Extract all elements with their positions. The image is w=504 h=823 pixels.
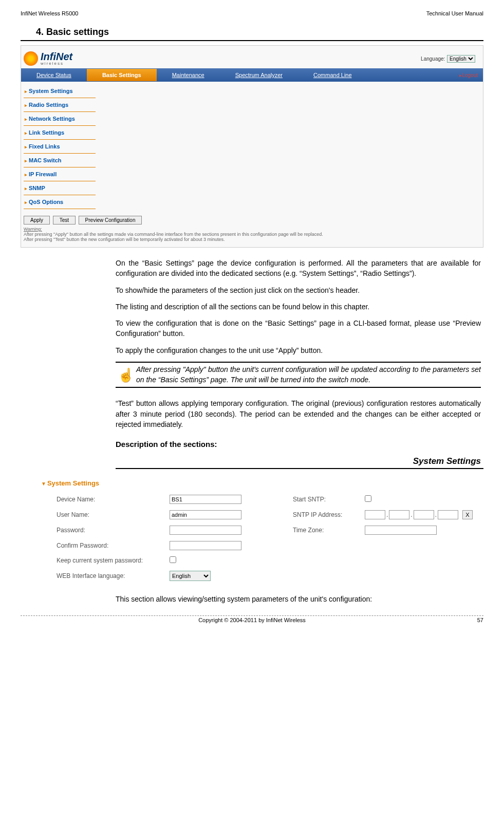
sidebar-item-qos[interactable]: QoS Options: [24, 195, 96, 209]
sntp-ip-1[interactable]: [365, 510, 385, 519]
nav-basic-settings[interactable]: Basic Settings: [87, 69, 157, 81]
basic-settings-screenshot: InfiNet wireless Language: English Devic…: [21, 45, 483, 248]
system-settings-panel-title[interactable]: System Settings: [41, 479, 478, 487]
web-lang-label: WEB Interface language:: [57, 572, 170, 579]
sidebar-item-radio[interactable]: Radio Settings: [24, 98, 96, 112]
system-settings-screenshot: System Settings Device Name: Start SNTP:…: [21, 474, 483, 586]
footer-copyright: Copyright © 2004-2011 by InfiNet Wireles…: [41, 617, 463, 623]
sntp-ip-3[interactable]: [414, 510, 434, 519]
sidebar-item-link[interactable]: Link Settings: [24, 126, 96, 140]
user-name-input[interactable]: [170, 510, 241, 519]
language-select[interactable]: English: [447, 55, 475, 63]
password-input[interactable]: [170, 526, 241, 535]
note-box: ☝ After pressing "Apply" button the unit…: [116, 362, 481, 388]
timezone-input[interactable]: [365, 526, 437, 535]
note-text: After pressing "Apply" button the unit's…: [136, 365, 481, 385]
warning-line1: After pressing "Apply" button all the se…: [24, 232, 480, 237]
doc-header-right: Technical User Manual: [426, 10, 483, 16]
password-label: Password:: [57, 527, 170, 534]
divider: [116, 468, 483, 469]
logo: InfiNet wireless: [24, 51, 72, 66]
logo-icon: [24, 51, 38, 66]
paragraph: To view the configuration that is done o…: [116, 318, 481, 339]
test-button[interactable]: Test: [53, 216, 76, 225]
keep-password-checkbox[interactable]: [170, 556, 176, 563]
sidebar-item-system[interactable]: System Settings: [24, 84, 96, 98]
paragraph: On the “Basic Settings” page the device …: [116, 258, 481, 279]
confirm-password-label: Confirm Password:: [57, 542, 170, 549]
sidebar-item-network[interactable]: Network Settings: [24, 112, 96, 126]
language-label: Language:: [421, 56, 445, 62]
sntp-ip-4[interactable]: [438, 510, 458, 519]
paragraph: The listing and description of all the s…: [116, 302, 481, 312]
sntp-ip-2[interactable]: [389, 510, 409, 519]
nav-command-line[interactable]: Command Line: [298, 69, 367, 81]
divider: [21, 40, 483, 41]
sntp-ip-label: SNTP IP Address:: [293, 511, 365, 518]
paragraph: To apply the configuration changes to th…: [116, 345, 481, 356]
section-title: 4. Basic settings: [36, 27, 483, 38]
device-name-input[interactable]: [170, 495, 241, 504]
logo-text: InfiNet: [41, 51, 72, 63]
nav-bar: Device Status Basic Settings Maintenance…: [21, 68, 483, 82]
nav-device-status[interactable]: Device Status: [21, 69, 87, 81]
apply-button[interactable]: Apply: [24, 216, 50, 225]
warning-title: Warning:: [24, 227, 480, 232]
sidebar-item-snmp[interactable]: SNMP: [24, 181, 96, 195]
sntp-ip-clear-button[interactable]: X: [462, 510, 473, 519]
device-name-label: Device Name:: [57, 496, 170, 503]
timezone-label: Time Zone:: [293, 527, 365, 534]
logout-link[interactable]: ▸Logout: [459, 72, 483, 78]
user-name-label: User Name:: [57, 511, 170, 518]
sidebar: System Settings Radio Settings Network S…: [21, 82, 98, 212]
sidebar-item-mac[interactable]: MAC Switch: [24, 154, 96, 167]
start-sntp-label: Start SNTP:: [293, 496, 365, 503]
paragraph: This section allows viewing/setting syst…: [116, 594, 481, 604]
sidebar-item-fixed[interactable]: Fixed Links: [24, 140, 96, 154]
hand-icon: ☝: [116, 365, 136, 383]
start-sntp-checkbox[interactable]: [365, 495, 371, 502]
doc-header-left: InfiNet Wireless R5000: [21, 10, 79, 16]
nav-maintenance[interactable]: Maintenance: [157, 69, 220, 81]
paragraph: To show/hide the parameters of the secti…: [116, 285, 481, 295]
nav-spectrum-analyzer[interactable]: Spectrum Analyzer: [220, 69, 298, 81]
paragraph: “Test” button allows applying temporary …: [116, 398, 481, 429]
preview-config-button[interactable]: Preview Configuration: [79, 216, 142, 225]
confirm-password-input[interactable]: [170, 541, 241, 550]
system-settings-heading: System Settings: [116, 456, 481, 466]
keep-password-label: Keep current system password:: [57, 557, 170, 564]
warning-line2: After pressing "Test" button the new con…: [24, 237, 480, 242]
web-lang-select[interactable]: English: [170, 571, 211, 581]
warning-text: Warning: After pressing "Apply" button a…: [21, 226, 483, 247]
description-heading: Description of the sections:: [116, 440, 481, 448]
footer-page-number: 57: [463, 617, 483, 623]
sidebar-item-firewall[interactable]: IP Firewall: [24, 167, 96, 181]
